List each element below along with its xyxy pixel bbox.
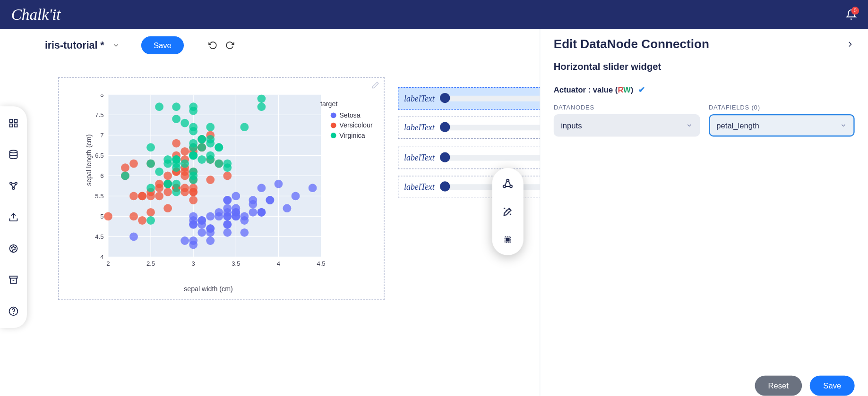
svg-point-80 — [292, 192, 300, 201]
svg-point-177 — [172, 115, 180, 123]
svg-point-106 — [163, 204, 172, 212]
svg-point-134 — [129, 160, 138, 168]
svg-text:3: 3 — [192, 260, 195, 267]
svg-point-155 — [146, 143, 155, 152]
reset-button[interactable]: Reset — [755, 376, 802, 396]
panel-save-button[interactable]: Save — [810, 376, 855, 396]
project-name[interactable]: iris-tutorial * — [45, 40, 104, 51]
svg-point-5 — [10, 182, 12, 184]
svg-point-130 — [163, 172, 172, 180]
svg-point-150 — [180, 160, 189, 168]
undo-button[interactable] — [208, 41, 217, 50]
slider-thumb[interactable] — [440, 152, 450, 162]
scatter-chart-widget[interactable]: 22.533.544.544.555.566.577.58 sepal leng… — [58, 77, 384, 300]
save-button[interactable]: Save — [141, 36, 184, 54]
svg-point-198 — [503, 185, 506, 187]
close-panel-icon[interactable] — [846, 40, 855, 49]
svg-point-71 — [223, 220, 232, 229]
edit-pencil-icon[interactable] — [371, 81, 379, 89]
svg-point-162 — [206, 155, 215, 164]
widgets-nav-icon[interactable] — [8, 118, 19, 129]
chart-legend[interactable]: target Setosa Versicolour Virginica — [320, 100, 373, 142]
notifications-button[interactable]: 0 — [846, 9, 857, 20]
svg-point-140 — [129, 212, 138, 220]
select-tool-icon[interactable] — [502, 234, 514, 245]
svg-point-90 — [232, 212, 240, 220]
style-tool-icon[interactable] — [502, 206, 514, 217]
svg-point-176 — [189, 123, 198, 131]
archive-nav-icon[interactable] — [8, 274, 19, 286]
slider-label: labelText — [404, 123, 435, 132]
svg-point-199 — [510, 185, 512, 187]
svg-point-65 — [257, 184, 266, 192]
svg-point-147 — [215, 160, 223, 168]
svg-text:6: 6 — [100, 172, 103, 179]
svg-point-161 — [172, 180, 180, 188]
svg-point-168 — [172, 188, 180, 196]
svg-point-187 — [198, 143, 206, 152]
svg-point-72 — [189, 212, 198, 220]
svg-point-141 — [163, 188, 172, 196]
svg-text:6.5: 6.5 — [95, 152, 103, 159]
datafields-label: DATAFIELDS (0) — [709, 104, 855, 111]
panel-title: Edit DataNode Connection — [554, 37, 709, 51]
svg-text:5: 5 — [100, 213, 103, 220]
svg-point-78 — [223, 196, 232, 204]
svg-point-62 — [309, 184, 317, 192]
legend-item-setosa[interactable]: Setosa — [320, 111, 373, 119]
database-nav-icon[interactable] — [8, 149, 19, 160]
slider-thumb[interactable] — [440, 93, 450, 103]
legend-item-versicolour[interactable]: Versicolour — [320, 121, 373, 129]
svg-text:8: 8 — [100, 94, 103, 98]
svg-point-125 — [180, 172, 189, 180]
svg-point-105 — [180, 147, 189, 156]
slider-thumb[interactable] — [440, 181, 450, 191]
palette-nav-icon[interactable] — [8, 243, 19, 254]
redo-button[interactable] — [225, 41, 234, 50]
svg-point-182 — [189, 102, 198, 111]
svg-point-192 — [189, 143, 198, 152]
datafields-select[interactable]: petal_length — [709, 114, 855, 136]
svg-point-131 — [189, 196, 198, 204]
svg-point-107 — [104, 212, 112, 220]
svg-rect-0 — [9, 119, 12, 122]
help-nav-icon[interactable] — [8, 306, 19, 317]
svg-rect-13 — [9, 276, 17, 278]
svg-point-68 — [249, 208, 257, 217]
svg-point-145 — [146, 208, 155, 217]
svg-point-61 — [275, 180, 283, 188]
svg-point-189 — [163, 180, 172, 188]
slider-thumb[interactable] — [440, 122, 450, 132]
widget-tool-pill — [492, 168, 523, 255]
svg-point-191 — [215, 143, 223, 152]
svg-point-79 — [283, 204, 292, 212]
svg-point-188 — [198, 135, 206, 143]
svg-point-55 — [180, 236, 189, 245]
legend-item-virginica[interactable]: Virginica — [320, 132, 373, 140]
redo-icon — [225, 41, 234, 50]
svg-point-197 — [507, 179, 509, 182]
export-nav-icon[interactable] — [8, 211, 19, 223]
svg-point-172 — [206, 123, 215, 131]
shape-tool-icon[interactable] — [502, 178, 514, 189]
svg-point-86 — [223, 208, 232, 217]
svg-rect-201 — [507, 238, 509, 241]
actuator-row: Actuator : value (RW) ✔ — [554, 85, 855, 94]
canvas-area: 22.533.544.544.555.566.577.58 sepal leng… — [45, 61, 533, 375]
svg-point-83 — [232, 192, 240, 201]
connections-nav-icon[interactable] — [8, 180, 19, 192]
svg-rect-3 — [9, 124, 12, 127]
svg-point-84 — [240, 216, 249, 225]
svg-point-100 — [129, 192, 138, 201]
slider-label: labelText — [404, 153, 435, 162]
svg-point-50 — [198, 228, 206, 237]
datafields-value: petal_length — [716, 121, 759, 130]
chevron-down-icon[interactable] — [112, 42, 120, 50]
datanodes-select[interactable]: inputs — [554, 114, 700, 136]
svg-text:7: 7 — [100, 132, 103, 139]
svg-point-190 — [206, 139, 215, 148]
svg-text:5.5: 5.5 — [95, 193, 103, 200]
svg-text:2.5: 2.5 — [146, 260, 155, 267]
svg-point-95 — [249, 200, 257, 209]
svg-point-6 — [15, 182, 17, 184]
